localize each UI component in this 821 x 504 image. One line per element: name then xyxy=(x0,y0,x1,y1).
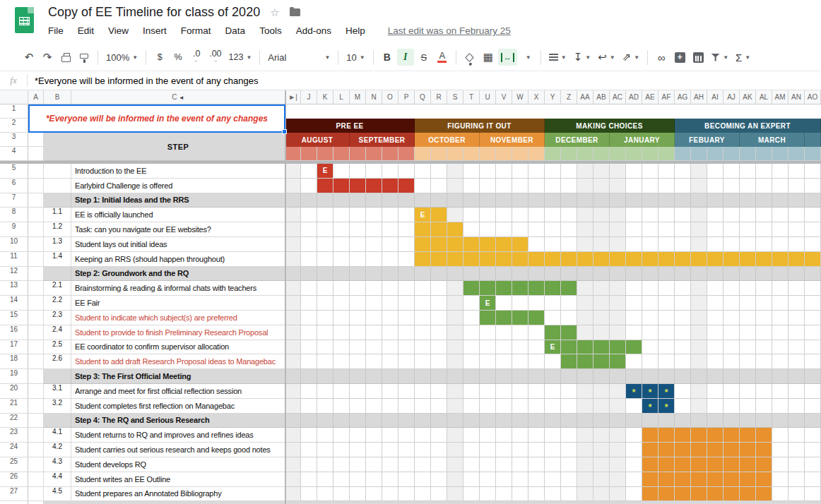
cell-AC6[interactable] xyxy=(610,179,626,193)
cell-N11[interactable] xyxy=(366,252,382,267)
cell-L7[interactable] xyxy=(333,193,350,208)
cell-V25[interactable] xyxy=(496,457,512,472)
row-number-28[interactable] xyxy=(0,501,28,504)
cell-Q9[interactable] xyxy=(415,222,431,237)
cell-AI12[interactable] xyxy=(707,267,723,282)
cell-L19[interactable] xyxy=(333,369,350,384)
cell-AE10[interactable] xyxy=(642,237,658,252)
cell-O6[interactable] xyxy=(382,179,398,193)
cell-Z27[interactable] xyxy=(561,487,577,502)
cell-AE20[interactable]: * xyxy=(642,384,658,399)
cell-T16[interactable] xyxy=(463,325,480,340)
cell-Z17[interactable] xyxy=(561,340,577,355)
cell-W25[interactable] xyxy=(512,457,528,472)
cell-AL22[interactable] xyxy=(756,414,772,428)
cell-AA14[interactable] xyxy=(577,296,593,311)
cell-AK13[interactable] xyxy=(740,281,756,296)
row-number-26[interactable]: 26 xyxy=(0,472,28,487)
print-button[interactable] xyxy=(57,49,74,66)
cell-AJ11[interactable] xyxy=(723,252,740,267)
cell-P18[interactable] xyxy=(398,354,415,369)
cell-P11[interactable] xyxy=(398,252,415,267)
cell-L4[interactable] xyxy=(333,147,350,161)
cell-AG4[interactable] xyxy=(675,147,691,161)
cell-AE17[interactable] xyxy=(642,340,658,355)
cell-U24[interactable] xyxy=(480,443,496,457)
cell-AC21[interactable] xyxy=(610,399,626,414)
cell-J9[interactable] xyxy=(301,222,317,237)
column-header-A[interactable]: A xyxy=(28,90,44,104)
cell-SP21[interactable] xyxy=(285,399,301,414)
cell-N7[interactable] xyxy=(366,193,382,208)
cell-AA23[interactable] xyxy=(577,428,593,443)
cell-Y27[interactable] xyxy=(545,487,561,502)
cell-T11[interactable] xyxy=(463,252,480,267)
font-size-select[interactable]: 10▼ xyxy=(343,49,367,66)
cell-AO13[interactable] xyxy=(805,281,821,296)
cell-AD19[interactable] xyxy=(626,369,642,384)
cell-X4[interactable] xyxy=(528,147,545,161)
cell-B20[interactable]: 3.1 xyxy=(44,384,71,399)
cell-Q12[interactable] xyxy=(415,267,431,282)
cell-SP13[interactable] xyxy=(285,281,301,296)
cell-Q15[interactable] xyxy=(415,311,431,325)
cell-P16[interactable] xyxy=(398,325,415,340)
cell-S17[interactable] xyxy=(447,340,463,355)
cell-M16[interactable] xyxy=(350,325,366,340)
cell-V27[interactable] xyxy=(496,487,512,502)
cell-Z12[interactable] xyxy=(561,267,577,282)
cell-AD26[interactable] xyxy=(626,472,642,487)
cell-AA27[interactable] xyxy=(577,487,593,502)
cell-U12[interactable] xyxy=(480,267,496,282)
cell-C14[interactable]: EE Fair xyxy=(71,296,285,311)
column-header-AO[interactable]: AO xyxy=(805,90,821,104)
cell-AF24[interactable] xyxy=(658,443,675,457)
cell-Y12[interactable] xyxy=(545,267,561,282)
cell-AF12[interactable] xyxy=(658,267,675,282)
cell-R26[interactable] xyxy=(431,472,447,487)
cell-AJ26[interactable] xyxy=(723,472,740,487)
cell-AG7[interactable] xyxy=(675,193,691,208)
cell-L13[interactable] xyxy=(333,281,350,296)
cell-C15[interactable]: Student to indicate which subject(s) are… xyxy=(71,311,285,325)
cell-A8[interactable] xyxy=(28,208,44,222)
cell-M17[interactable] xyxy=(350,340,366,355)
cell-N19[interactable] xyxy=(366,369,382,384)
cell-S7[interactable] xyxy=(447,193,463,208)
column-header-AK[interactable]: AK xyxy=(740,90,756,104)
cell-S12[interactable] xyxy=(447,267,463,282)
cell-K26[interactable] xyxy=(317,472,333,487)
cell-N10[interactable] xyxy=(366,237,382,252)
cell-AN12[interactable] xyxy=(788,267,805,282)
cell-AB15[interactable] xyxy=(593,311,610,325)
cell-T9[interactable] xyxy=(463,222,480,237)
cell-AM18[interactable] xyxy=(772,354,788,369)
cell-AK10[interactable] xyxy=(740,237,756,252)
cell-S20[interactable] xyxy=(447,384,463,399)
row-number-12[interactable]: 12 xyxy=(0,267,28,282)
cell-AH24[interactable] xyxy=(691,443,707,457)
cell-N23[interactable] xyxy=(366,428,382,443)
row-number-1[interactable]: 1 xyxy=(0,104,28,119)
cell-P17[interactable] xyxy=(398,340,415,355)
cell-U11[interactable] xyxy=(480,252,496,267)
cell-AC9[interactable] xyxy=(610,222,626,237)
cell-L23[interactable] xyxy=(333,428,350,443)
cell-U15[interactable] xyxy=(480,311,496,325)
cell-AF17[interactable] xyxy=(658,340,675,355)
month-header-march[interactable]: MARCH xyxy=(740,133,805,147)
cell-AM4[interactable] xyxy=(772,147,788,161)
group-header-becoming-an-expert[interactable]: BECOMING AN EXPERT xyxy=(675,119,821,133)
cell-AA6[interactable] xyxy=(577,179,593,193)
cell-AE18[interactable] xyxy=(642,354,658,369)
cell-R12[interactable] xyxy=(431,267,447,282)
cell-Q8[interactable]: E xyxy=(415,208,431,222)
row-number-7[interactable]: 7 xyxy=(0,193,28,208)
cell-AE21[interactable]: * xyxy=(642,399,658,414)
italic-button[interactable]: I xyxy=(397,49,414,66)
cell-Y21[interactable] xyxy=(545,399,561,414)
column-header-P[interactable]: P xyxy=(398,90,415,104)
month-header-extra[interactable] xyxy=(805,133,821,147)
row-number-2[interactable]: 2 xyxy=(0,119,28,133)
cell-U4[interactable] xyxy=(480,147,496,161)
